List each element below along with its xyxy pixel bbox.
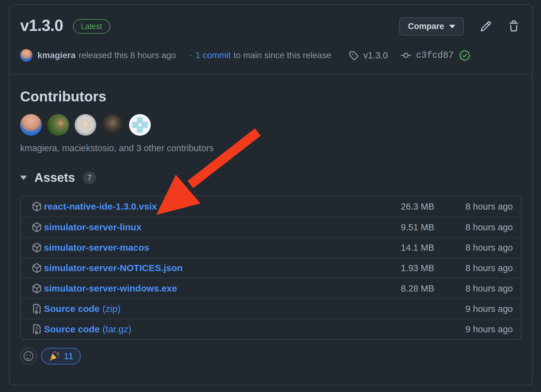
avatar-contributor-2[interactable] xyxy=(47,114,69,136)
table-row: simulator-server-NOTICES.json 1.93 MB 8 … xyxy=(21,258,521,278)
tag-icon xyxy=(349,51,358,60)
table-row: Source code(tar.gz) 9 hours ago xyxy=(21,319,521,339)
chevron-down-icon xyxy=(449,25,455,28)
verified-check-icon xyxy=(459,50,470,61)
asset-link[interactable]: simulator-server-windows.exe xyxy=(44,283,177,294)
compare-button[interactable]: Compare xyxy=(399,17,464,36)
commits-rest-text: to main since this release xyxy=(233,50,331,60)
asset-name: Source code xyxy=(44,304,100,314)
delete-release-button[interactable] xyxy=(508,20,520,33)
table-row: react-native-ide-1.3.0.vsix 26.3 MB 8 ho… xyxy=(21,196,521,217)
package-icon xyxy=(32,263,42,273)
avatar-contributor-4[interactable] xyxy=(102,114,123,136)
table-row: Source code(zip) 9 hours ago xyxy=(21,298,521,319)
asset-size: 14.1 MB xyxy=(360,243,434,253)
latest-badge: Latest xyxy=(73,19,110,34)
reaction-tada-button[interactable]: 11 xyxy=(41,348,81,364)
smiley-icon xyxy=(24,351,33,361)
avatar-contributor-1[interactable] xyxy=(20,114,42,136)
asset-name: simulator-server-linux xyxy=(44,222,141,232)
asset-name: simulator-server-macos xyxy=(44,242,149,253)
asset-time: 8 hours ago xyxy=(434,263,513,273)
assets-toggle[interactable]: Assets 7 xyxy=(20,171,522,185)
asset-size: 1.93 MB xyxy=(360,263,434,273)
release-card: v1.3.0 Latest Compare kmagiera released … xyxy=(9,4,533,385)
title-row: v1.3.0 Latest Compare xyxy=(20,17,520,36)
reaction-count: 11 xyxy=(64,351,73,361)
table-row: simulator-server-linux 9.51 MB 8 hours a… xyxy=(21,217,521,237)
file-zip-icon xyxy=(32,324,42,334)
party-popper-emoji xyxy=(49,351,60,362)
asset-suffix: (zip) xyxy=(102,304,120,314)
table-row: simulator-server-macos 14.1 MB 8 hours a… xyxy=(21,237,521,258)
add-reaction-button[interactable] xyxy=(20,348,37,364)
asset-size: 9.51 MB xyxy=(360,222,434,232)
assets-count-badge: 7 xyxy=(83,171,96,184)
asset-time: 8 hours ago xyxy=(434,202,513,212)
contributors-heading: Contributors xyxy=(20,88,522,105)
tag-label: v1.3.0 xyxy=(363,50,388,61)
asset-link[interactable]: react-native-ide-1.3.0.vsix xyxy=(44,201,157,212)
asset-name: Source code xyxy=(44,324,100,334)
pencil-icon xyxy=(480,28,492,33)
separator-dot: · xyxy=(189,50,192,60)
commit-hash-link[interactable]: c3fcd87 xyxy=(416,50,454,61)
asset-suffix: (tar.gz) xyxy=(102,324,131,334)
release-header: v1.3.0 Latest Compare kmagiera released … xyxy=(10,5,532,75)
release-meta: v1.3.0 c3fcd87 xyxy=(349,50,470,61)
package-icon xyxy=(32,283,42,293)
asset-link[interactable]: simulator-server-NOTICES.json xyxy=(44,263,183,273)
asset-time: 9 hours ago xyxy=(434,304,513,314)
asset-name: simulator-server-NOTICES.json xyxy=(44,263,183,273)
trash-icon xyxy=(508,28,520,33)
released-text: released this 8 hours ago xyxy=(79,50,176,60)
git-commit-icon xyxy=(401,50,411,61)
package-icon xyxy=(32,243,42,253)
asset-name: simulator-server-windows.exe xyxy=(44,283,177,294)
release-body: Contributors kmagiera, maciekstosio, and… xyxy=(10,75,532,364)
avatar-contributor-3[interactable] xyxy=(75,114,96,136)
package-icon xyxy=(32,202,42,211)
reactions-bar: 11 xyxy=(20,348,522,364)
file-zip-icon xyxy=(32,304,42,314)
release-title: v1.3.0 xyxy=(20,17,63,33)
triangle-down-icon xyxy=(20,176,27,180)
release-actions: Compare xyxy=(399,17,520,36)
author-name[interactable]: kmagiera xyxy=(37,50,76,60)
commits-link[interactable]: 1 commit xyxy=(196,50,231,60)
contributors-avatar-row xyxy=(20,114,522,136)
table-row: simulator-server-windows.exe 8.28 MB 8 h… xyxy=(21,278,521,298)
author-avatar[interactable] xyxy=(20,49,32,62)
asset-time: 9 hours ago xyxy=(434,324,513,334)
package-icon xyxy=(32,222,42,232)
release-info: kmagiera released this 8 hours ago · 1 c… xyxy=(20,49,520,62)
source-code-targz-link[interactable]: Source code(tar.gz) xyxy=(44,324,131,334)
assets-heading: Assets xyxy=(34,171,75,185)
source-code-zip-link[interactable]: Source code(zip) xyxy=(44,304,120,314)
asset-size: 26.3 MB xyxy=(360,202,434,212)
asset-time: 8 hours ago xyxy=(434,222,513,232)
asset-name: react-native-ide-1.3.0.vsix xyxy=(44,201,157,212)
asset-time: 8 hours ago xyxy=(434,283,513,294)
compare-button-label: Compare xyxy=(408,22,444,31)
asset-size: 8.28 MB xyxy=(360,283,434,294)
asset-link[interactable]: simulator-server-linux xyxy=(44,222,141,232)
assets-table: react-native-ide-1.3.0.vsix 26.3 MB 8 ho… xyxy=(20,196,522,340)
avatar-contributor-5[interactable] xyxy=(129,114,151,136)
asset-time: 8 hours ago xyxy=(434,243,513,253)
asset-link[interactable]: simulator-server-macos xyxy=(44,242,149,253)
edit-release-button[interactable] xyxy=(480,20,492,33)
contributors-caption: kmagiera, maciekstosio, and 3 other cont… xyxy=(20,143,522,153)
